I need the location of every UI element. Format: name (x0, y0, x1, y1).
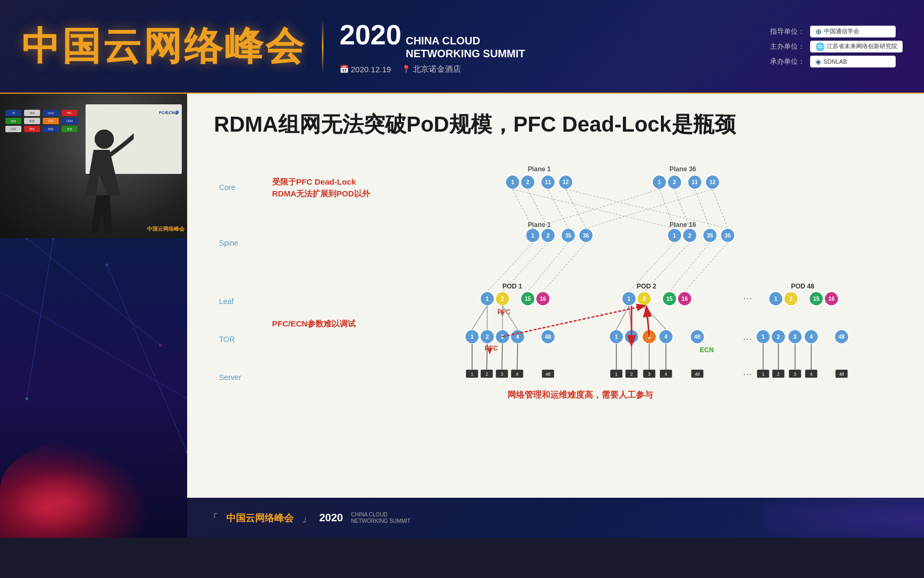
svg-text:2: 2 (789, 296, 792, 302)
svg-text:35: 35 (707, 233, 713, 239)
svg-text:48: 48 (545, 371, 551, 377)
location-icon: 📍 (402, 65, 411, 73)
svg-point-9 (159, 344, 162, 347)
diagram-svg: Core Spine Leaf TOR Server Plane 1 Plane… (214, 150, 897, 412)
slide-content: RDMA组网无法突破PoD规模，PFC Dead-Lock是瓶颈 Core Sp… (187, 94, 924, 498)
logo-badge: CAS (5, 126, 21, 132)
svg-text:11: 11 (545, 179, 551, 185)
svg-line-59 (695, 189, 710, 229)
svg-text:36: 36 (583, 233, 589, 239)
summit-meta: 📅 2020.12.19 📍 北京诺金酒店 (340, 64, 525, 74)
svg-text:1: 1 (471, 334, 474, 340)
sponsor-badge-3: ◈ SDNLAB (810, 56, 896, 67)
svg-text:4: 4 (810, 371, 813, 377)
footer-summit-en: CHINA CLOUD NETWORKING SUMMIT (351, 512, 411, 524)
svg-text:Plane 36: Plane 36 (669, 165, 696, 173)
logo-badge: CENI (61, 118, 78, 124)
sponsor-badge-1: ⊕ 中国通信学会 (810, 26, 896, 37)
speaker-silhouette (70, 126, 134, 238)
svg-line-55 (548, 189, 568, 229)
svg-line-136 (472, 306, 487, 329)
svg-line-101 (669, 242, 710, 292)
svg-line-175 (487, 344, 487, 369)
left-panel: 华 intel cisco H3C 锐捷 联想 ZTE CENI CAS 腾讯 … (0, 94, 187, 538)
svg-text:2: 2 (777, 334, 780, 340)
svg-text:4: 4 (810, 334, 813, 340)
svg-text:Leaf: Leaf (219, 297, 234, 306)
calendar-icon: 📅 (340, 65, 349, 73)
sponsor-row-1: 指导单位： ⊕ 中国通信学会 (770, 26, 903, 37)
svg-point-7 (52, 238, 55, 240)
svg-text:网络管理和运维难度高，需要人工参与: 网络管理和运维难度高，需要人工参与 (507, 390, 653, 399)
svg-text:1: 1 (627, 296, 630, 302)
svg-text:12: 12 (563, 179, 569, 185)
sponsor-row-3: 承办单位： ◈ SDNLAB (770, 56, 903, 67)
header-divider (322, 20, 324, 73)
svg-text:16: 16 (682, 296, 688, 302)
logo-cn: 中国云网络峰会 (21, 21, 306, 72)
svg-line-53 (513, 189, 533, 229)
svg-text:Plane 16: Plane 16 (669, 221, 696, 229)
svg-text:1: 1 (762, 371, 765, 377)
svg-text:2: 2 (486, 334, 489, 340)
svg-text:2: 2 (688, 233, 691, 239)
logo-badge: 联想 (24, 118, 40, 124)
svg-text:16: 16 (828, 296, 835, 302)
svg-text:3: 3 (500, 371, 503, 377)
svg-text:3: 3 (648, 371, 651, 377)
logo-badge: cisco (43, 110, 59, 116)
footer-bar: 「 中国云网络峰会 」 2020 CHINA CLOUD NETWORKING … (187, 498, 924, 538)
svg-line-98 (543, 242, 586, 292)
svg-text:15: 15 (666, 296, 673, 302)
svg-point-8 (105, 263, 109, 267)
svg-text:Plane 1: Plane 1 (528, 165, 551, 173)
svg-line-62 (566, 189, 728, 229)
sponsor-label-2: 主办单位： (770, 42, 805, 51)
sponsor-icon-1: ⊕ (815, 27, 822, 36)
svg-text:PFC: PFC (484, 345, 498, 352)
svg-text:48: 48 (695, 371, 700, 377)
svg-text:15: 15 (813, 296, 820, 302)
logo-badge: H3C (61, 110, 78, 116)
svg-text:2: 2 (501, 296, 504, 302)
svg-text:1: 1 (673, 233, 676, 239)
footer-bracket-close: 」 (302, 512, 311, 524)
svg-text:1: 1 (774, 296, 777, 302)
speaker-area: 华 intel cisco H3C 锐捷 联想 ZTE CENI CAS 腾讯 … (0, 94, 187, 238)
summit-line1: CHINA CLOUD (406, 34, 525, 47)
header-summit-info: 2020 CHINA CLOUD NETWORKING SUMMIT 📅 202… (340, 19, 525, 74)
svg-text:POD 48: POD 48 (791, 283, 814, 290)
svg-text:2: 2 (673, 179, 676, 185)
svg-text:48: 48 (838, 334, 845, 340)
slide-title: RDMA组网无法突破PoD规模，PFC Dead-Lock是瓶颈 (214, 110, 897, 139)
footer-logo-cn: 中国云网络峰会 (226, 512, 294, 524)
right-panel: RDMA组网无法突破PoD规模，PFC Dead-Lock是瓶颈 Core Sp… (187, 94, 924, 538)
svg-line-177 (517, 344, 518, 369)
svg-text:RDMA无法扩展到POD以外: RDMA无法扩展到POD以外 (272, 189, 371, 198)
summit-date: 2020.12.19 (351, 65, 391, 74)
svg-point-0 (95, 130, 114, 149)
logo-badge: intel (24, 110, 40, 116)
svg-text:48: 48 (694, 334, 700, 340)
sponsor-label-1: 指导单位： (770, 27, 805, 36)
svg-text:2: 2 (526, 179, 529, 185)
left-deco (0, 238, 187, 538)
svg-point-6 (25, 238, 28, 240)
sponsor-icon-3: ◈ (815, 57, 821, 66)
summit-text: CHINA CLOUD NETWORKING SUMMIT (406, 34, 525, 60)
svg-text:1: 1 (486, 296, 489, 302)
svg-text:···: ··· (743, 332, 752, 344)
sponsor-icon-2: 🌐 (815, 42, 825, 51)
sponsor-name-1: 中国通信学会 (824, 27, 859, 35)
logo-badge: 锐捷 (5, 118, 21, 124)
svg-text:POD 1: POD 1 (503, 283, 522, 290)
footer-bracket-open: 「 (209, 512, 218, 524)
svg-text:1: 1 (761, 334, 765, 340)
svg-text:TOR: TOR (219, 335, 235, 344)
svg-text:35: 35 (565, 233, 572, 239)
summit-location-item: 📍 北京诺金酒店 (402, 64, 461, 74)
svg-text:Core: Core (219, 183, 235, 192)
svg-line-102 (684, 242, 727, 292)
svg-text:1: 1 (658, 179, 661, 185)
svg-text:48: 48 (839, 371, 844, 377)
